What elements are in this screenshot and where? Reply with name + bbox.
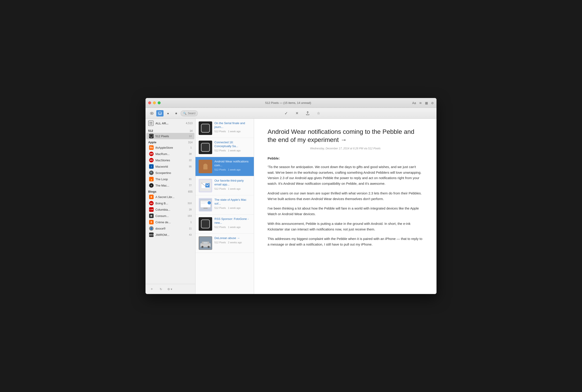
grid-icon[interactable]: ▦ bbox=[425, 101, 428, 105]
columbia-icon: CJR bbox=[149, 207, 154, 212]
toolbar: ● ★ 🔍 ✓ ✕ ☆ bbox=[145, 108, 437, 119]
article-item-androidwear[interactable]: Android Wear notifications com... 512 Pi… bbox=[195, 157, 254, 176]
android-thumb-img bbox=[201, 162, 210, 171]
feed-dooce-name: dooce® bbox=[155, 227, 187, 230]
sidebar-item-jimrom[interactable]: AMCS JIMROM... 43 bbox=[146, 232, 194, 238]
sidebar-item-scoopertino[interactable]: 🔍 Scoopertino bbox=[146, 170, 194, 176]
sidebar-item-theloop[interactable]: 🔥 The Loop 81 bbox=[146, 176, 194, 182]
share-button[interactable] bbox=[304, 110, 311, 116]
search-icon: 🔍 bbox=[183, 112, 186, 115]
group-blogs: Blogs 655 bbox=[145, 188, 195, 194]
eye-button[interactable] bbox=[148, 110, 155, 116]
article-item-connected[interactable]: Connected 18: Conceptually Sa... 512 Pix… bbox=[195, 138, 254, 157]
minimize-button[interactable] bbox=[153, 102, 156, 104]
sidebar-item-creme[interactable]: B Crème de... 1 bbox=[146, 219, 194, 225]
all-articles-row[interactable]: ALL AR... 4,513 bbox=[145, 119, 195, 128]
add-feed-button[interactable]: + bbox=[148, 286, 155, 292]
article-item-rsssponsor[interactable]: RSS Sponsor: FotoGone - new... 512 Pixel… bbox=[195, 214, 254, 234]
article-date: Wednesday, December 17, 2014 at 6:26 PM … bbox=[268, 147, 423, 150]
sidebar-item-boingb[interactable]: BB Boing B... 310 bbox=[146, 200, 194, 206]
article-item-delorean[interactable]: DeLorean abuse → 512 Pixels 2 weeks ago bbox=[195, 234, 254, 253]
feed-scoopertino-name: Scoopertino bbox=[155, 171, 190, 174]
article-meta-rsssponsor: 512 Pixels 1 week ago bbox=[214, 226, 251, 228]
feed-columbia-count: 28 bbox=[189, 208, 192, 211]
article-para-3: I've been thinking a lot about how the P… bbox=[268, 206, 423, 217]
article-list: On the Serial finale and journ... 512 Pi… bbox=[195, 119, 254, 294]
feed-jimrom-count: 43 bbox=[189, 234, 192, 236]
svg-rect-5 bbox=[149, 124, 151, 124]
search-input[interactable] bbox=[188, 112, 195, 115]
feed-macstories-count: 22 bbox=[189, 159, 192, 162]
sidebar-item-consumer[interactable]: 🕷 Consum... 193 bbox=[146, 213, 194, 219]
feed-creme-name: Crème de... bbox=[155, 220, 188, 224]
sidebar-item-macstories[interactable]: MS MacStories 22 bbox=[146, 157, 194, 163]
svg-point-1 bbox=[151, 113, 152, 114]
article-info-rsssponsor: RSS Sponsor: FotoGone - new... 512 Pixel… bbox=[214, 217, 251, 228]
sidebar-bottom: + ↻ ⚙ ▾ bbox=[145, 284, 195, 294]
feed-ifo-name: ifoAppleStore bbox=[155, 146, 188, 149]
sidebar-item-macrumors[interactable]: MR MacRum... 38 bbox=[146, 151, 194, 157]
feed-boingb-count: 310 bbox=[188, 202, 192, 204]
svg-rect-17 bbox=[201, 202, 207, 202]
close-button[interactable] bbox=[148, 102, 151, 104]
font-size-icon[interactable]: Aa bbox=[412, 101, 416, 105]
dooce-icon: 👤 bbox=[149, 226, 154, 231]
article-title-delorean: DeLorean abuse → bbox=[214, 236, 251, 240]
svg-rect-7 bbox=[150, 135, 153, 137]
all-articles-icon bbox=[148, 120, 154, 126]
sidebar-item-512pixels[interactable]: 512 Pixels 14 bbox=[146, 133, 194, 139]
512pixels-icon bbox=[149, 134, 154, 138]
sidebar-item-macworld[interactable]: i Macworld 95 bbox=[146, 163, 194, 170]
settings-button[interactable]: ⚙ ▾ bbox=[166, 286, 173, 292]
feed-creme-count: 1 bbox=[190, 221, 192, 224]
refresh-button[interactable]: ↻ bbox=[157, 286, 164, 292]
feed-512pixels-count: 14 bbox=[189, 135, 192, 138]
feed-dooce-count: 11 bbox=[189, 227, 192, 230]
article-meta-email: 512 Pixels 1 week ago bbox=[214, 188, 251, 190]
all-articles-count: 4,513 bbox=[186, 122, 193, 125]
group-512-label: 512 bbox=[148, 129, 153, 132]
article-info-serial: On the Serial finale and journ... 512 Pi… bbox=[214, 122, 251, 133]
feed-theloop-count: 81 bbox=[189, 178, 192, 180]
article-item-macsof[interactable]: The state of Apple's Mac sof... 512 Pixe… bbox=[195, 195, 254, 214]
creme-icon: B bbox=[149, 220, 154, 224]
feed-macrumors-count: 38 bbox=[189, 152, 192, 155]
article-body: 'Tis the season for anticipation. We cou… bbox=[268, 164, 423, 247]
group-blogs-label: Blogs bbox=[148, 190, 156, 193]
macsof-thumb-img bbox=[199, 199, 212, 211]
svg-rect-19 bbox=[201, 204, 205, 204]
circle-button[interactable]: ● bbox=[164, 110, 172, 116]
maximize-button[interactable] bbox=[158, 102, 161, 104]
article-meta-androidwear: 512 Pixels 1 week ago bbox=[214, 168, 251, 171]
secretlibr-icon: B bbox=[149, 195, 154, 199]
group-apple-label: Apple bbox=[148, 140, 156, 144]
mark-read-button[interactable]: ✓ bbox=[282, 110, 290, 116]
inbox-icon bbox=[158, 112, 162, 115]
monitor-icon bbox=[149, 134, 153, 138]
inbox-button[interactable] bbox=[156, 110, 163, 116]
no-entry-icon[interactable]: ⊘ bbox=[431, 101, 434, 105]
article-info-androidwear: Android Wear notifications com... 512 Pi… bbox=[214, 160, 251, 171]
article-item-email[interactable]: Our favorite third-party email app... 51… bbox=[195, 176, 254, 195]
sidebar-item-secretlibr[interactable]: B A Secret Libr... bbox=[146, 194, 194, 200]
feed-jimrom-name: JIMROM... bbox=[155, 233, 187, 236]
svg-rect-22 bbox=[201, 208, 210, 209]
feed-ifo-count: 1 bbox=[190, 146, 192, 149]
sidebar-item-dooce[interactable]: 👤 dooce® 11 bbox=[146, 225, 194, 232]
article-para-4: With this announcement, Pebble is puttin… bbox=[268, 221, 423, 232]
sidebar-item-themac[interactable]: ● The Mac... 77 bbox=[146, 182, 194, 188]
sidebar-item-columbia[interactable]: CJR Columbia... 28 bbox=[146, 206, 194, 213]
group-blogs-count: 655 bbox=[188, 190, 193, 193]
feed-secretlibr-name: A Secret Libr... bbox=[155, 195, 190, 199]
article-item-serial[interactable]: On the Serial finale and journ... 512 Pi… bbox=[195, 119, 254, 138]
macworld-icon: i bbox=[149, 164, 154, 169]
article-meta-macsof: 512 Pixels 1 week ago bbox=[214, 206, 251, 209]
group-apple: Apple 314 bbox=[145, 139, 195, 144]
feed-macworld-name: Macworld bbox=[155, 165, 187, 168]
rss-icon[interactable]: ≋ bbox=[419, 101, 422, 105]
remove-button[interactable]: ✕ bbox=[293, 110, 300, 116]
sidebar-item-ifoapplestore[interactable]: ifo ifoAppleStore 1 bbox=[146, 144, 194, 151]
star-filter-button[interactable]: ★ bbox=[172, 110, 180, 116]
star-button[interactable]: ☆ bbox=[315, 110, 322, 116]
article-title-email: Our favorite third-party email app... bbox=[214, 179, 251, 186]
